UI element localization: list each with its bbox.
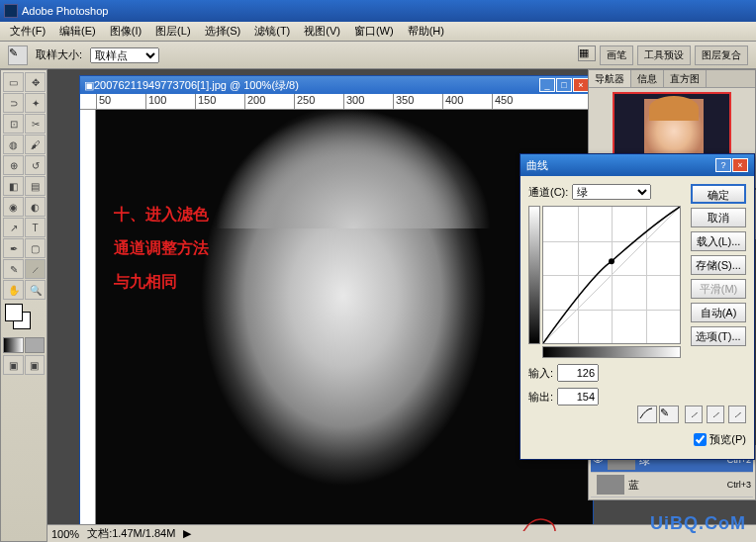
tool-gradient[interactable]: ▤	[25, 176, 46, 196]
color-swatches[interactable]	[3, 304, 45, 333]
tool-heal[interactable]: ◍	[3, 135, 24, 154]
minimize-button[interactable]: _	[539, 78, 555, 92]
quickmask-on[interactable]	[25, 337, 46, 353]
black-point-eyedropper[interactable]: ⟋	[685, 406, 703, 423]
menu-window[interactable]: 窗口(W)	[348, 22, 400, 41]
menu-edit[interactable]: 编辑(E)	[53, 22, 102, 41]
tool-eyedropper[interactable]: ⟋	[25, 259, 46, 279]
tool-notes[interactable]: ✎	[3, 259, 24, 279]
tool-lasso[interactable]: ⊃	[3, 93, 24, 113]
palette-well-icon[interactable]: ▦	[578, 45, 596, 61]
channel-label: 通道(C):	[528, 185, 568, 200]
toolbox: ▭ ✥ ⊃ ✦ ⊡ ✂ ◍ 🖌 ⊕ ↺ ◧ ▤ ◉ ◐ ↗ T ✒ ▢ ✎ ⟋ …	[0, 69, 47, 542]
input-label: 输入:	[528, 366, 553, 381]
svg-line-0	[543, 207, 680, 343]
screen-standard[interactable]: ▣	[3, 355, 24, 375]
channel-thumb	[597, 475, 624, 495]
image-content-hair	[215, 110, 492, 228]
dialog-close-button[interactable]: ×	[732, 158, 748, 172]
ps-icon	[4, 4, 18, 18]
menu-view[interactable]: 视图(V)	[298, 22, 346, 41]
ok-button[interactable]: 确定	[691, 184, 746, 204]
tab-info[interactable]: 信息	[631, 70, 664, 87]
output-label: 输出:	[528, 390, 553, 405]
maximize-button[interactable]: □	[556, 78, 572, 92]
ps-doc-icon: ▣	[84, 79, 94, 92]
output-value[interactable]	[557, 388, 599, 406]
status-arrow-icon[interactable]: ▶	[183, 527, 191, 540]
curve-point[interactable]	[609, 258, 614, 264]
menubar: 文件(F) 编辑(E) 图像(I) 图层(L) 选择(S) 滤镜(T) 视图(V…	[0, 22, 756, 42]
menu-image[interactable]: 图像(I)	[104, 22, 147, 41]
menu-select[interactable]: 选择(S)	[199, 22, 247, 41]
tool-type[interactable]: T	[25, 218, 46, 237]
tool-dodge[interactable]: ◐	[25, 197, 46, 217]
tab-histogram[interactable]: 直方图	[664, 70, 707, 87]
tool-marquee[interactable]: ▭	[3, 72, 24, 92]
input-value[interactable]	[557, 364, 599, 382]
menu-filter[interactable]: 滤镜(T)	[248, 22, 296, 41]
document-title: 20076211949773706[1].jpg @ 100%(绿/8)	[94, 78, 299, 93]
tab-layercomps[interactable]: 图层复合	[695, 45, 748, 65]
app-title: Adobe Photoshop	[22, 5, 108, 17]
annotation-line3: 与九相同	[114, 268, 177, 296]
tool-pen[interactable]: ✒	[3, 238, 24, 258]
input-gradient	[542, 346, 681, 358]
curve-pencil-tool[interactable]: ✎	[659, 406, 679, 423]
cancel-button[interactable]: 取消	[691, 208, 746, 227]
tool-stamp[interactable]: ⊕	[3, 155, 24, 175]
channel-select[interactable]: 绿	[572, 184, 651, 200]
tool-zoom[interactable]: 🔍	[25, 280, 46, 300]
eyedropper-icon: ✎	[8, 45, 28, 65]
options-button[interactable]: 选项(T)...	[691, 326, 746, 346]
white-point-eyedropper[interactable]: ⟋	[728, 406, 746, 423]
tool-crop[interactable]: ⊡	[3, 114, 24, 134]
auto-button[interactable]: 自动(A)	[691, 303, 746, 322]
tab-navigator[interactable]: 导航器	[589, 70, 631, 87]
document-titlebar[interactable]: ▣ 20076211949773706[1].jpg @ 100%(绿/8) _…	[80, 76, 593, 94]
tab-presets[interactable]: 工具预设	[637, 45, 691, 65]
curve-line[interactable]	[543, 207, 680, 343]
filesize-info: 文档:1.47M/1.84M	[87, 526, 175, 541]
tool-history[interactable]: ↺	[25, 155, 46, 175]
curves-dialog: 曲线 ? × 通道(C): 绿 输入:	[520, 153, 755, 460]
smooth-button: 平滑(M)	[691, 279, 746, 299]
ruler-vertical	[80, 110, 96, 531]
dialog-titlebar[interactable]: 曲线 ? ×	[520, 154, 754, 176]
tool-wand[interactable]: ✦	[25, 93, 46, 113]
tool-move[interactable]: ✥	[25, 72, 46, 92]
close-button[interactable]: ×	[573, 78, 589, 92]
menu-help[interactable]: 帮助(H)	[402, 22, 450, 41]
preview-checkbox[interactable]	[694, 433, 707, 446]
save-button[interactable]: 存储(S)...	[691, 255, 746, 275]
channel-row-blue[interactable]: 蓝 Ctrl+3	[591, 473, 753, 497]
tool-slice[interactable]: ✂	[25, 114, 46, 134]
screen-full[interactable]: ▣	[25, 355, 46, 375]
sample-size-select[interactable]: 取样点	[90, 47, 159, 63]
canvas[interactable]: 十、进入滤色 通道调整方法 与九相同 Scan	[96, 110, 593, 531]
foreground-color[interactable]	[5, 304, 23, 321]
sample-size-label: 取样大小:	[36, 47, 82, 62]
load-button[interactable]: 载入(L)...	[691, 231, 746, 251]
tool-eraser[interactable]: ◧	[3, 176, 24, 196]
tool-blur[interactable]: ◉	[3, 197, 24, 217]
curve-point-tool[interactable]	[637, 406, 657, 423]
quickmask-off[interactable]	[3, 337, 24, 353]
menu-file[interactable]: 文件(F)	[4, 22, 51, 41]
help-button[interactable]: ?	[715, 158, 731, 172]
scan-watermark: Scan	[512, 505, 571, 531]
tool-shape[interactable]: ▢	[25, 238, 46, 258]
preview-label: 预览(P)	[709, 432, 746, 447]
watermark: UiBQ.CoM	[650, 513, 746, 534]
zoom-level[interactable]: 100%	[51, 528, 79, 540]
menu-layer[interactable]: 图层(L)	[149, 22, 196, 41]
dialog-title: 曲线	[526, 158, 548, 173]
gray-point-eyedropper[interactable]: ⟋	[707, 406, 724, 423]
tool-hand[interactable]: ✋	[3, 280, 24, 300]
tool-brush[interactable]: 🖌	[25, 135, 46, 154]
tool-path[interactable]: ↗	[3, 218, 24, 237]
annotation-line2: 通道调整方法	[114, 234, 209, 262]
app-titlebar: Adobe Photoshop	[0, 0, 756, 22]
curve-grid[interactable]	[542, 206, 681, 344]
tab-brushes[interactable]: 画笔	[600, 45, 633, 65]
